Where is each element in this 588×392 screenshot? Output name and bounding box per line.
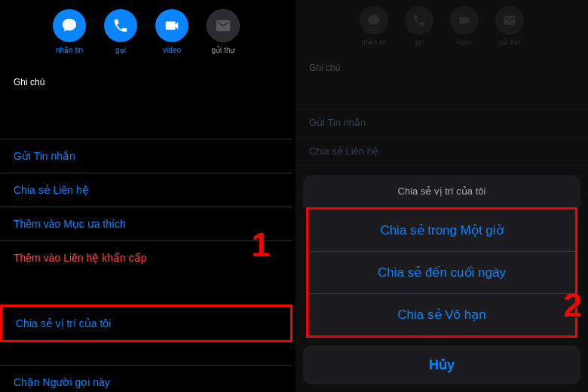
share-contact-item[interactable]: Chia sẻ Liên hệ — [0, 173, 292, 207]
share-end-of-day[interactable]: Chia sẻ đến cuối ngày — [308, 251, 575, 293]
block-caller-item[interactable]: Chặn Người gọi này — [0, 365, 292, 392]
step-number-1: 1 — [252, 226, 270, 264]
notes-label-dim: Ghi chú — [296, 55, 588, 78]
video-button[interactable]: video — [155, 9, 188, 54]
phone-icon — [104, 9, 137, 42]
panel-step-2: nhắn tin gọi video gửi thư Ghi chú Gửi T… — [296, 0, 588, 392]
emergency-contact-item[interactable]: Thêm vào Liên hệ khẩn cấp — [0, 240, 292, 274]
menu-list: Gửi Tin nhắn Chia sẻ Liên hệ Thêm vào Mụ… — [0, 139, 292, 274]
sheet-options: Chia sẻ trong Một giờ Chia sẻ đến cuối n… — [308, 210, 575, 335]
spacer — [0, 274, 292, 305]
share-one-hour[interactable]: Chia sẻ trong Một giờ — [308, 210, 575, 251]
message-button[interactable]: nhắn tin — [53, 9, 86, 54]
message-button-dim: nhắn tin — [360, 6, 388, 46]
mail-button-dim: gửi thư — [495, 6, 524, 46]
share-indefinitely[interactable]: Chia sẻ Vô hạn — [308, 293, 575, 335]
share-location-item[interactable]: Chia sẻ vị trí của tôi — [0, 305, 292, 342]
action-sheet: Chia sẻ vị trí của tôi Chia sẻ trong Một… — [296, 175, 588, 392]
contact-actions-dimmed: nhắn tin gọi video gửi thư — [296, 0, 588, 55]
video-label: video — [163, 46, 181, 54]
notes-label: Ghi chú — [0, 68, 292, 93]
add-favorite-item[interactable]: Thêm vào Mục ưa thích — [0, 207, 292, 240]
step-number-2: 2 — [564, 286, 582, 324]
sheet-title: Chia sẻ vị trí của tôi — [303, 175, 580, 207]
send-message-dim: Gửi Tin nhắn — [296, 108, 588, 136]
panel-step-1: nhắn tin gọi video gửi thư Ghi chú Gửi T… — [0, 0, 292, 392]
mail-icon — [495, 6, 524, 35]
phone-icon — [405, 6, 433, 35]
share-options-highlighted: Chia sẻ trong Một giờ Chia sẻ đến cuối n… — [306, 207, 577, 338]
share-contact-dim: Chia sẻ Liên hệ — [296, 136, 588, 165]
mail-icon — [207, 9, 240, 42]
spacer — [0, 342, 292, 365]
message-label: nhắn tin — [56, 46, 83, 54]
message-icon — [53, 9, 86, 42]
contact-actions-row: nhắn tin gọi video gửi thư — [0, 0, 292, 68]
message-label: nhắn tin — [361, 38, 386, 46]
call-label: gọi — [115, 46, 126, 54]
cancel-button[interactable]: Hủy — [303, 345, 580, 384]
mail-label: gửi thư — [498, 38, 520, 46]
video-icon — [450, 6, 479, 35]
video-button-dim: video — [450, 6, 479, 46]
mail-label: gửi thư — [212, 46, 235, 54]
send-message-item[interactable]: Gửi Tin nhắn — [0, 139, 292, 173]
call-label: gọi — [414, 38, 424, 46]
video-icon — [155, 9, 188, 42]
mail-button: gửi thư — [207, 9, 240, 54]
call-button-dim: gọi — [405, 6, 433, 46]
call-button[interactable]: gọi — [104, 9, 137, 54]
notes-area[interactable] — [0, 93, 292, 139]
message-icon — [360, 6, 388, 35]
video-label: video — [456, 38, 473, 46]
